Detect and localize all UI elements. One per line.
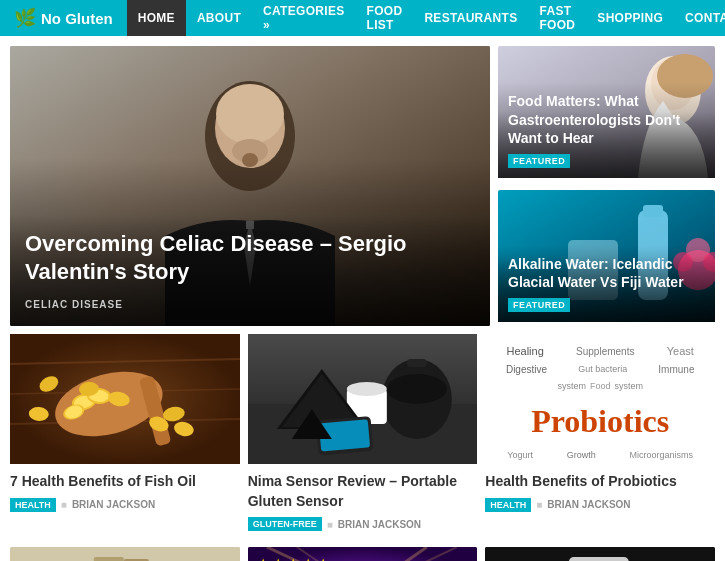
svg-point-44	[347, 382, 387, 396]
card-probiotics-meta: HEALTH ■ BRIAN JACKSON	[485, 498, 715, 512]
svg-rect-50	[10, 547, 240, 561]
card-probiotics-body: Health Benefits of Probiotics HEALTH ■ B…	[485, 464, 715, 520]
cards-row: 7 Health Benefits of Fish Oil HEALTH ■ B…	[10, 334, 715, 539]
bottom-card-1[interactable]	[10, 547, 240, 561]
nav-item-foodlist[interactable]: FOOD LIST	[356, 0, 414, 36]
card-nima-body: Nima Sensor Review – Portable Gluten Sen…	[248, 464, 478, 539]
card-probiotics[interactable]: Healing Supplements Yeast Digestive Gut …	[485, 334, 715, 539]
side-card-2-tag: FEATURED	[508, 298, 570, 312]
hero-main-card[interactable]: Overcoming Celiac Disease – Sergio Valen…	[10, 46, 490, 326]
card-probiotics-image: Healing Supplements Yeast Digestive Gut …	[485, 334, 715, 464]
svg-rect-54	[94, 557, 124, 561]
svg-rect-67	[569, 557, 629, 561]
svg-rect-42	[407, 359, 427, 367]
card-probiotics-title: Health Benefits of Probiotics	[485, 472, 715, 492]
nav-item-categories[interactable]: CATEGORIES »	[252, 0, 355, 36]
side-card-2-overlay: Alkaline Water: Icelandic Glacial Water …	[498, 245, 715, 322]
hero-side-cards: Food Matters: What Gastroenterologists D…	[498, 46, 715, 326]
card-probiotics-tag: HEALTH	[485, 498, 531, 512]
hero-main-tag: CELIAC DISEASE	[25, 299, 123, 310]
side-card-1-overlay: Food Matters: What Gastroenterologists D…	[498, 82, 715, 178]
hero-main-title: Overcoming Celiac Disease – Sergio Valen…	[25, 230, 475, 287]
card-nima-author: BRIAN JACKSON	[338, 519, 421, 530]
nav-item-about[interactable]: ABOUT	[186, 0, 252, 36]
card-nima-sensor-image	[248, 334, 478, 464]
bottom-card-2[interactable]: ★★★★★	[248, 547, 478, 561]
hero-side-card-1[interactable]: Food Matters: What Gastroenterologists D…	[498, 46, 715, 182]
bottom-card-3[interactable]	[485, 547, 715, 561]
site-logo[interactable]: 🌿 No Gluten	[0, 7, 127, 29]
main-nav: HOME ABOUT CATEGORIES » FOOD LIST RESTAU…	[127, 0, 725, 36]
logo-icon: 🌿	[14, 7, 36, 29]
stars-overlay: ★★★★★	[256, 555, 331, 561]
star-rating: ★★★★★	[256, 556, 331, 561]
card-fish-oil-body: 7 Health Benefits of Fish Oil HEALTH ■ B…	[10, 464, 240, 520]
nav-item-contact[interactable]: CONTACT	[674, 0, 725, 36]
nav-item-fastfood[interactable]: FAST FOOD	[528, 0, 586, 36]
card-fish-oil-meta: HEALTH ■ BRIAN JACKSON	[10, 498, 240, 512]
side-card-1-tag: FEATURED	[508, 154, 570, 168]
card-nima-title: Nima Sensor Review – Portable Gluten Sen…	[248, 472, 478, 511]
nav-item-restaurants[interactable]: RESTAURANTS	[413, 0, 528, 36]
card-nima-tag: GLUTEN-FREE	[248, 517, 322, 531]
card-fish-oil-tag: HEALTH	[10, 498, 56, 512]
nav-item-shopping[interactable]: SHOPPING	[586, 0, 674, 36]
card-nima-meta: GLUTEN-FREE ■ BRIAN JACKSON	[248, 517, 478, 531]
side-card-2-title: Alkaline Water: Icelandic Glacial Water …	[508, 255, 705, 291]
hero-side-card-2[interactable]: Alkaline Water: Icelandic Glacial Water …	[498, 190, 715, 326]
card-probiotics-author: BRIAN JACKSON	[547, 499, 630, 510]
bottom-row: ★★★★★	[10, 547, 715, 561]
card-fish-oil-author: BRIAN JACKSON	[72, 499, 155, 510]
nav-item-home[interactable]: HOME	[127, 0, 186, 36]
hero-row: Overcoming Celiac Disease – Sergio Valen…	[10, 46, 715, 326]
card-fish-oil-image	[10, 334, 240, 464]
side-card-1-title: Food Matters: What Gastroenterologists D…	[508, 92, 705, 147]
card-nima-sensor[interactable]: Nima Sensor Review – Portable Gluten Sen…	[248, 334, 478, 539]
svg-point-41	[387, 374, 447, 404]
hero-main-overlay: Overcoming Celiac Disease – Sergio Valen…	[10, 215, 490, 326]
card-fish-oil-title: 7 Health Benefits of Fish Oil	[10, 472, 240, 492]
main-content: Overcoming Celiac Disease – Sergio Valen…	[0, 36, 725, 561]
site-header: 🌿 No Gluten HOME ABOUT CATEGORIES » FOOD…	[0, 0, 725, 36]
brand-name: No Gluten	[41, 10, 113, 27]
probiotics-main-word: Probiotics	[531, 396, 669, 447]
card-fish-oil[interactable]: 7 Health Benefits of Fish Oil HEALTH ■ B…	[10, 334, 240, 539]
